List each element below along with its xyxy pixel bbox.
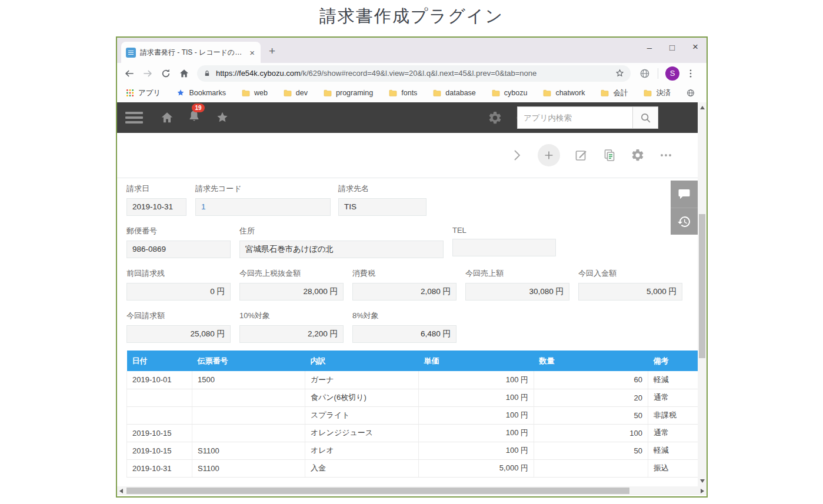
cell-item: オレンジジュース — [305, 424, 419, 442]
col-header-item: 内訳 — [305, 351, 419, 371]
folder-icon — [241, 88, 251, 98]
cell-item: 食パン(6枚切り) — [305, 389, 419, 406]
globe-icon — [686, 88, 695, 98]
forward-icon[interactable] — [142, 68, 154, 79]
cell-unit-price: 100 円 — [419, 371, 534, 389]
cell-quantity: 50 — [534, 442, 648, 459]
bookmark-folder-programing[interactable]: programing — [323, 88, 373, 98]
record-settings-gear-icon[interactable] — [631, 148, 645, 162]
app-search-input[interactable] — [517, 106, 632, 129]
app-search-button[interactable] — [632, 106, 658, 129]
tab-close-icon[interactable]: × — [248, 48, 256, 58]
cell-date: 2019-10-15 — [127, 424, 192, 442]
bookmark-folder-cybozu[interactable]: cybozu — [491, 88, 528, 98]
bookmark-item[interactable]: Bookmarks — [176, 88, 226, 98]
bookmark-star-icon[interactable] — [615, 68, 625, 78]
extension-globe-icon[interactable] — [639, 68, 651, 79]
field-address: 住所 宮城県石巻市あけぼの北 — [239, 226, 444, 258]
field-sales-total: 今回売上額 30,080 円 — [465, 268, 569, 301]
horizontal-scroll-thumb[interactable] — [126, 488, 629, 494]
cell-date: 2019-10-31 — [127, 459, 192, 477]
more-options-icon[interactable] — [659, 148, 673, 162]
field-client-name: 請求先名 TIS — [338, 183, 427, 216]
bookmark-folder-dev[interactable]: dev — [283, 88, 308, 98]
tab-strip: 請求書発行 - TIS - レコードの詳細 × + – □ × — [117, 38, 707, 63]
back-icon[interactable] — [124, 68, 135, 79]
cell-note: 通常 — [648, 389, 698, 406]
change-history-button[interactable] — [671, 208, 698, 235]
folder-icon — [283, 88, 292, 98]
cell-slip-no — [192, 389, 305, 406]
browser-tab[interactable]: 請求書発行 - TIS - レコードの詳細 × — [121, 42, 261, 63]
bookmark-folder-web[interactable]: web — [241, 88, 268, 98]
edit-record-icon[interactable] — [574, 148, 588, 162]
vertical-scroll-thumb[interactable] — [699, 214, 705, 358]
app-settings-gear-icon[interactable] — [488, 111, 502, 125]
field-billing-amount: 今回請求額 25,080 円 — [126, 311, 231, 343]
col-header-date: 日付 — [127, 351, 192, 371]
col-header-slip-no: 伝票番号 — [192, 351, 305, 371]
scroll-down-arrow-icon[interactable] — [700, 479, 705, 483]
comments-button[interactable] — [671, 181, 698, 208]
profile-avatar[interactable]: S — [665, 66, 679, 81]
portal-home-icon[interactable] — [159, 110, 175, 125]
bookmark-apps[interactable]: アプリ — [125, 88, 161, 98]
chrome-menu-icon[interactable] — [685, 68, 696, 79]
cell-note: 振込 — [648, 459, 698, 477]
col-header-note: 備考 — [648, 351, 698, 371]
field-client-code: 請求先コード 1 — [195, 183, 331, 216]
new-tab-button[interactable]: + — [269, 45, 275, 56]
window-minimize-button[interactable]: – — [647, 42, 652, 52]
cell-item: 入金 — [305, 459, 419, 477]
bookmark-folder-chatwork[interactable]: chatwork — [542, 88, 585, 98]
cell-date: 2019-10-15 — [127, 442, 192, 459]
plus-icon — [542, 149, 555, 162]
bookmark-folder-database[interactable]: database — [432, 88, 475, 98]
field-postal-code: 郵便番号 986-0869 — [126, 226, 231, 258]
notifications-button[interactable]: 19 — [186, 109, 202, 126]
cell-unit-price: 5,000 円 — [419, 459, 534, 477]
home-icon[interactable] — [178, 68, 190, 79]
folder-icon — [643, 88, 652, 98]
scroll-left-arrow-icon[interactable] — [119, 489, 123, 493]
favorites-star-icon[interactable] — [215, 110, 230, 125]
folder-icon — [432, 88, 442, 98]
bookmark-folder-kessai[interactable]: 決済 — [643, 88, 671, 98]
apps-grid-icon — [125, 88, 135, 98]
table-header-row: 日付 伝票番号 内訳 単価 数量 備考 — [127, 351, 698, 371]
add-record-button[interactable] — [538, 144, 560, 166]
bookmarks-bar: アプリ Bookmarks web dev programing fonts d… — [117, 84, 707, 102]
next-record-icon[interactable] — [509, 148, 524, 162]
cell-slip-no: S1100 — [192, 459, 305, 477]
bookmark-folder-kaikei[interactable]: 会計 — [600, 88, 628, 98]
page-title: 請求書作成プラグイン — [0, 5, 823, 28]
cell-note: 軽減 — [648, 442, 698, 459]
cell-slip-no — [192, 406, 305, 424]
address-bar[interactable]: https://fe54k.cybozu.com/k/629/show#reco… — [197, 65, 631, 82]
scroll-right-arrow-icon[interactable] — [701, 489, 704, 493]
folder-icon — [600, 88, 609, 98]
horizontal-scrollbar[interactable] — [117, 486, 707, 495]
bookmark-globe[interactable] — [686, 88, 695, 98]
toolbar-divider — [658, 68, 658, 79]
client-code-link[interactable]: 1 — [195, 198, 331, 216]
folder-icon — [542, 88, 552, 98]
browser-toolbar: https://fe54k.cybozu.com/k/629/show#reco… — [117, 63, 707, 84]
hamburger-menu-icon[interactable] — [125, 112, 143, 124]
cell-slip-no — [192, 424, 305, 442]
field-target-10pct: 10%対象 2,200 円 — [239, 311, 344, 343]
bookmark-folder-fonts[interactable]: fonts — [388, 88, 417, 98]
cell-note: 通常 — [648, 424, 698, 442]
duplicate-record-icon[interactable] — [602, 148, 617, 162]
record-toolbar — [117, 133, 698, 178]
scroll-up-arrow-icon[interactable] — [700, 106, 705, 109]
field-consumption-tax: 消費税 2,080 円 — [352, 268, 457, 301]
table-row: スプライト 100 円 50 非課税 — [127, 406, 698, 424]
cell-unit-price: 100 円 — [419, 442, 534, 459]
vertical-scrollbar[interactable] — [698, 102, 707, 486]
tab-title: 請求書発行 - TIS - レコードの詳細 — [140, 48, 244, 58]
window-maximize-button[interactable]: □ — [669, 42, 675, 52]
cell-slip-no: S1100 — [192, 442, 305, 459]
window-close-button[interactable]: × — [692, 41, 698, 53]
reload-icon[interactable] — [160, 68, 172, 79]
